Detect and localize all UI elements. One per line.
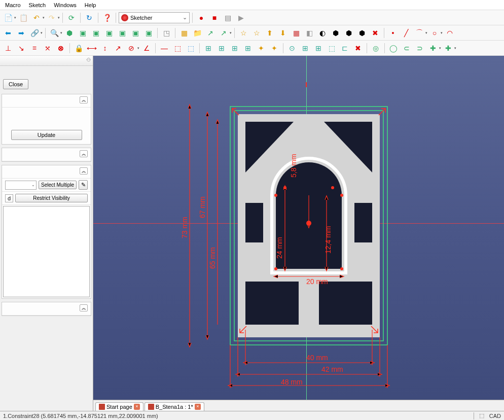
constr-symm-icon[interactable]: ⤧ [42, 42, 54, 54]
dim-65[interactable]: 65 mm [208, 247, 217, 269]
point-icon[interactable]: • [387, 27, 399, 39]
close-button[interactable]: Close [3, 79, 28, 89]
link2-icon[interactable]: ↗ [204, 27, 217, 39]
bsp1-icon[interactable]: ⊙ [286, 42, 298, 54]
dim-5-8[interactable]: 5,8 mm [290, 154, 298, 178]
menu-help[interactable]: Help [82, 1, 99, 9]
constr-point-icon[interactable]: ↘ [15, 42, 27, 54]
refresh2-icon[interactable]: ↻ [83, 12, 95, 24]
part-icon[interactable]: ▦ [178, 27, 190, 39]
constr-horiz-icon[interactable]: — [158, 42, 170, 54]
filter-d-field[interactable]: d [5, 194, 13, 202]
close-sketch-icon[interactable]: ✖ [369, 27, 381, 39]
bsp5-icon[interactable]: ⊏ [339, 42, 351, 54]
close-icon[interactable]: × [134, 404, 140, 410]
t10-icon[interactable]: ⬢ [356, 27, 368, 39]
t7-icon[interactable]: ◐ [316, 27, 329, 39]
constraints-list[interactable] [3, 206, 90, 297]
virt1-icon[interactable]: ◎ [370, 42, 382, 54]
macro-list-icon[interactable]: ▤ [222, 12, 234, 24]
dim-24[interactable]: 24 mm [275, 237, 283, 259]
macro-stop-icon[interactable]: ■ [208, 12, 221, 24]
bsp2-icon[interactable]: ⊞ [299, 42, 311, 54]
nav-style-label[interactable]: CAD [489, 413, 501, 419]
t6-icon[interactable]: ◧ [303, 27, 315, 39]
whatsthis-icon[interactable]: ❓ [101, 12, 113, 24]
view-left-icon[interactable]: ▣ [142, 27, 155, 39]
constr-lock-icon[interactable]: 🔒 [73, 42, 85, 54]
view-front-icon[interactable]: ▣ [77, 27, 89, 39]
virt2-icon[interactable]: ◯ [387, 42, 400, 54]
dim-67[interactable]: 67 mm [198, 196, 206, 218]
arc-icon[interactable]: ⌒ [413, 27, 425, 39]
view-bottom-icon[interactable]: ▣ [129, 27, 141, 39]
sel2-icon[interactable]: ⊞ [215, 42, 228, 54]
dim-12-4[interactable]: 12,4 mm [324, 226, 332, 254]
close-icon[interactable]: × [195, 404, 201, 410]
constr-hdist-icon[interactable]: ⟷ [86, 42, 98, 54]
3d-viewport[interactable]: 73 mm 67 mm 65 mm 5,8 mm 24 mm 12,4 mm 2… [93, 56, 504, 411]
menu-macro[interactable]: Macro [2, 1, 24, 9]
dim-40[interactable]: 40 mm [306, 354, 328, 362]
sel4-icon[interactable]: ⊞ [242, 42, 254, 54]
constr-block-icon[interactable]: ⊗ [55, 42, 67, 54]
nav-style-icon[interactable]: ⬚ [479, 412, 484, 419]
redo-icon[interactable]: ↷ [46, 12, 58, 24]
new-file-icon[interactable]: 📄 [2, 12, 14, 24]
tab-document[interactable]: B_Stena1a : 1* × [145, 402, 204, 411]
constr-refr-icon[interactable]: ⬚ [171, 42, 184, 54]
line-icon[interactable]: ╱ [400, 27, 412, 39]
macro-record-icon[interactable]: ● [195, 12, 207, 24]
virt4-icon[interactable]: ⊃ [414, 42, 426, 54]
menu-sketch[interactable]: Sketch [26, 1, 49, 9]
t8-icon[interactable]: ⬢ [330, 27, 342, 39]
dim-42[interactable]: 42 mm [321, 365, 343, 373]
view-right-icon[interactable]: ▣ [103, 27, 115, 39]
workbench-selector[interactable]: Sketcher ⌄ [119, 12, 190, 23]
open-icon[interactable]: 📋 [17, 12, 29, 24]
bsp3-icon[interactable]: ⊞ [312, 42, 325, 54]
dim-73[interactable]: 73 mm [181, 217, 189, 238]
circle-icon[interactable]: ○ [428, 27, 441, 39]
t1-icon[interactable]: ☆ [237, 27, 249, 39]
virt5-icon[interactable]: ✚ [427, 42, 439, 54]
view-iso-icon[interactable]: ⬢ [63, 27, 76, 39]
group-icon[interactable]: 📁 [191, 27, 203, 39]
t4-icon[interactable]: ⬇ [277, 27, 289, 39]
pin-icon[interactable]: ⦵ [86, 57, 91, 63]
update-button[interactable]: Update [11, 130, 82, 140]
t5-icon[interactable]: ▦ [290, 27, 302, 39]
expand-icon[interactable]: ︽ [80, 167, 88, 174]
refresh-icon[interactable]: ⟳ [65, 12, 78, 24]
nav-right-icon[interactable]: ➡ [15, 27, 27, 39]
view-top-icon[interactable]: ▣ [90, 27, 102, 39]
menu-windows[interactable]: Windows [51, 1, 80, 9]
macro-play-icon[interactable]: ▶ [235, 12, 247, 24]
expand-icon[interactable]: ︽ [80, 96, 88, 103]
undo-icon[interactable]: ↶ [30, 12, 43, 24]
constr-angle-icon[interactable]: ∠ [140, 42, 153, 54]
t2-icon[interactable]: ☆ [250, 27, 263, 39]
link-icon[interactable]: 🔗 [28, 27, 41, 39]
constr-equal-icon[interactable]: = [28, 42, 41, 54]
dim-48[interactable]: 48 mm [281, 378, 303, 386]
filter-combo[interactable]: ⌄ [5, 181, 37, 190]
bsp4-icon[interactable]: ⬚ [326, 42, 338, 54]
constr-radius-icon[interactable]: ⊘ [125, 42, 137, 54]
conic-icon[interactable]: ◠ [444, 27, 456, 39]
constr-vdist-icon[interactable]: ↕ [99, 42, 111, 54]
nav-left-icon[interactable]: ⬅ [2, 27, 14, 39]
t9-icon[interactable]: ⬢ [343, 27, 355, 39]
virt6-icon[interactable]: ✚ [442, 42, 454, 54]
select-multiple-button[interactable]: Select Multiple [39, 181, 77, 189]
sel3-icon[interactable]: ⊞ [229, 42, 241, 54]
measure-icon[interactable]: ◳ [160, 27, 172, 39]
view-rear-icon[interactable]: ▣ [116, 27, 128, 39]
virt3-icon[interactable]: ⊂ [401, 42, 413, 54]
settings-icon[interactable]: ✎ [79, 180, 88, 190]
expand-icon[interactable]: ︽ [80, 304, 88, 311]
sel1-icon[interactable]: ⊞ [202, 42, 214, 54]
constr-int-icon[interactable]: ⬚ [185, 42, 197, 54]
zoom-fit-icon[interactable]: 🔍 [48, 27, 60, 39]
t3-icon[interactable]: ⬆ [264, 27, 276, 39]
